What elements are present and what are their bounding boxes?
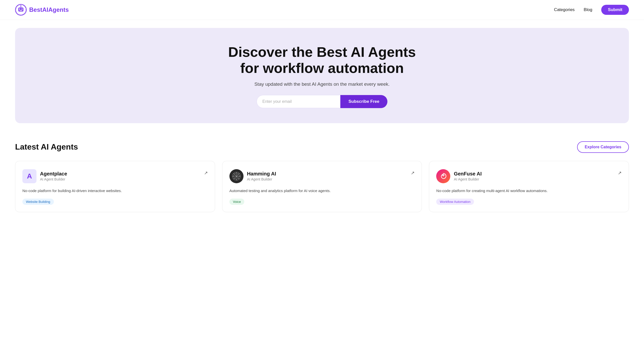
card-title: Agentplace <box>40 171 67 177</box>
card-header: GenFuse AI AI Agent Builder ↗ <box>436 169 622 183</box>
hero-title: Discover the Best AI Agents for workflow… <box>219 44 425 76</box>
hero-section: Discover the Best AI Agents for workflow… <box>15 28 629 123</box>
subscribe-button[interactable]: Subscribe Free <box>340 95 387 108</box>
cards-grid: A Agentplace AI Agent Builder ↗ No-code … <box>15 161 629 212</box>
logo[interactable]: BestAIAgents <box>15 4 69 16</box>
card-link-icon[interactable]: ↗ <box>411 170 415 176</box>
card-subtitle: AI Agent Builder <box>247 177 276 181</box>
agent-card-hamming-ai: Hamming AI AI Agent Builder ↗ Automated … <box>222 161 422 212</box>
card-subtitle: AI Agent Builder <box>40 177 67 181</box>
svg-point-11 <box>236 176 237 177</box>
card-tag[interactable]: Voice <box>229 199 245 205</box>
card-subtitle: AI Agent Builder <box>454 177 481 181</box>
agents-section: Latest AI Agents Explore Categories A Ag… <box>0 131 644 227</box>
navbar-links: Categories Blog Submit <box>554 5 629 15</box>
svg-line-16 <box>233 173 234 174</box>
card-info: GenFuse AI AI Agent Builder <box>454 171 481 181</box>
submit-button[interactable]: Submit <box>601 5 629 15</box>
agent-card-agentplace: A Agentplace AI Agent Builder ↗ No-code … <box>15 161 215 212</box>
card-description: No-code platform for building AI-driven … <box>22 188 208 194</box>
nav-categories[interactable]: Categories <box>554 7 575 12</box>
svg-rect-2 <box>18 8 23 12</box>
svg-point-20 <box>442 174 443 175</box>
card-description: No-code platform for creating multi-agen… <box>436 188 622 194</box>
explore-categories-button[interactable]: Explore Categories <box>577 141 629 153</box>
hero-subtitle: Stay updated with the best AI Agents on … <box>25 81 619 87</box>
svg-line-18 <box>238 173 239 174</box>
nav-blog[interactable]: Blog <box>584 7 592 12</box>
agents-title: Latest AI Agents <box>15 142 78 152</box>
card-logo-info: GenFuse AI AI Agent Builder <box>436 169 481 183</box>
svg-line-19 <box>233 178 234 179</box>
svg-rect-5 <box>19 10 22 11</box>
logo-text: BestAIAgents <box>29 6 69 13</box>
hamming-ai-logo <box>229 169 244 183</box>
card-link-icon[interactable]: ↗ <box>618 170 622 176</box>
agents-header: Latest AI Agents Explore Categories <box>15 141 629 153</box>
svg-point-3 <box>19 9 20 10</box>
svg-line-17 <box>238 178 239 179</box>
card-title: Hamming AI <box>247 171 276 177</box>
email-input[interactable] <box>257 95 340 108</box>
navbar: BestAIAgents Categories Blog Submit <box>0 0 644 20</box>
card-logo-info: Hamming AI AI Agent Builder <box>229 169 276 183</box>
card-tag[interactable]: Website Building <box>22 199 54 205</box>
card-description: Automated testing and analytics platform… <box>229 188 415 194</box>
svg-point-4 <box>21 9 23 10</box>
card-info: Agentplace AI Agent Builder <box>40 171 67 181</box>
card-header: Hamming AI AI Agent Builder ↗ <box>229 169 415 183</box>
agent-card-genfuse-ai: GenFuse AI AI Agent Builder ↗ No-code pl… <box>429 161 629 212</box>
hero-form: Subscribe Free <box>257 95 387 108</box>
card-tag[interactable]: Workflow Automation <box>436 199 474 205</box>
card-info: Hamming AI AI Agent Builder <box>247 171 276 181</box>
card-header: A Agentplace AI Agent Builder ↗ <box>22 169 208 183</box>
card-link-icon[interactable]: ↗ <box>204 170 208 176</box>
agentplace-logo: A <box>22 169 36 183</box>
genfuse-ai-logo <box>436 169 450 183</box>
svg-point-7 <box>20 5 21 6</box>
logo-icon <box>15 4 27 16</box>
card-title: GenFuse AI <box>454 171 481 177</box>
card-logo-info: A Agentplace AI Agent Builder <box>22 169 67 183</box>
